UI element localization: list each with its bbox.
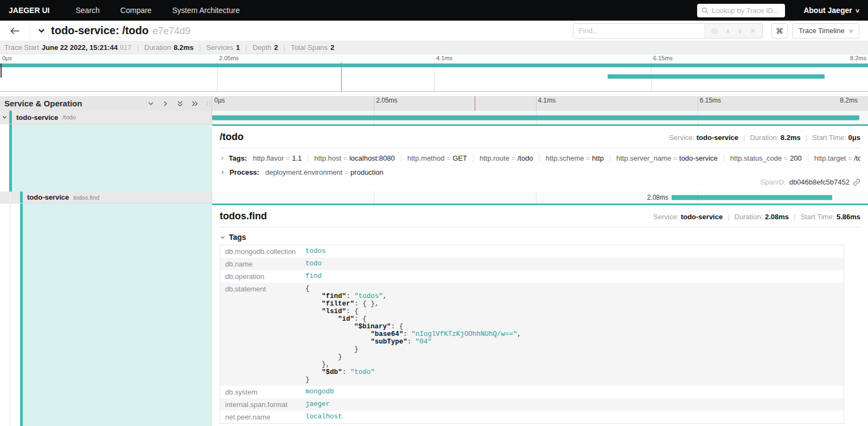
summary-label: Services <box>206 43 233 52</box>
top-nav: JAEGER UI SearchCompareSystem Architectu… <box>0 0 868 21</box>
summary-value: June 22 2022, 15:21:44 <box>42 43 118 52</box>
about-jaeger-menu[interactable]: About Jaeger ∨ <box>803 6 859 15</box>
tag-row-value: jaeger <box>301 398 844 411</box>
tag-row-key: db.name <box>220 258 301 270</box>
collapse-children-chevron[interactable] <box>2 115 8 120</box>
grid-line <box>536 192 537 204</box>
next-match-icon[interactable]: ∨ <box>738 28 743 34</box>
chevron-down-icon: ∨ <box>854 8 860 14</box>
tag-key: http.status_code <box>730 154 782 162</box>
span-row-todos-find[interactable]: todo-service todos.find 2.08ms <box>0 192 868 204</box>
separator: | <box>727 213 729 221</box>
tag-row-key: internal.span.format <box>220 398 301 411</box>
back-button[interactable] <box>0 21 30 41</box>
meta-value: 0μs <box>848 133 860 142</box>
separator: | <box>137 43 138 52</box>
span-detail-meta: Service: todo-service|Duration: 2.08ms|S… <box>653 213 860 221</box>
chevron-right-icon <box>220 169 226 175</box>
tag-value: GET <box>452 154 467 162</box>
tag-pill: deployment.environment = production <box>261 168 390 176</box>
ruler-tick-label: 4.1ms <box>538 97 556 104</box>
app-logo[interactable]: JAEGER UI <box>9 6 49 15</box>
tag-value: /todo <box>854 154 860 162</box>
tag-row-value: localhost <box>301 411 844 424</box>
tag-row-key: db.operation <box>220 270 301 283</box>
minimap-tick-label: 2.05ms <box>219 55 239 61</box>
clear-find-icon[interactable]: ✕ <box>750 28 756 34</box>
collapse-all-icon[interactable] <box>176 100 184 107</box>
meta-value: 5.86ms <box>837 213 860 221</box>
equals-sign: = <box>444 154 452 162</box>
summary-item: Duration8.2ms <box>144 43 194 52</box>
minimap-tick-label: 6.15ms <box>653 55 673 61</box>
column-resizer-handle[interactable] <box>207 101 210 106</box>
keyboard-shortcuts-button[interactable]: ⌘ <box>771 23 788 39</box>
tag-pill: http.scheme = http <box>539 154 610 162</box>
summary-value-fraction: .917 <box>118 43 131 52</box>
find-input[interactable] <box>573 24 704 38</box>
grid-line <box>374 192 374 204</box>
summary-label: Trace Start <box>4 43 39 52</box>
timeline-ruler: 0μs2.05ms4.1ms6.15ms8.2ms <box>212 96 859 111</box>
process-inline-row[interactable]: Process: deployment.environment = produc… <box>220 168 860 176</box>
minimap-tick-label: 8.2ms <box>850 55 866 61</box>
nav-item-system-architecture[interactable]: System Architecture <box>172 6 240 15</box>
tag-pill: http.status_code = 200 <box>724 154 808 162</box>
tag-value: /todo <box>518 154 533 162</box>
tag-key: http.scheme <box>546 154 584 162</box>
span-duration-label: 2.08ms <box>647 194 672 201</box>
tag-pill: http.method = GET <box>401 154 473 162</box>
span-detail-meta: Service: todo-service|Duration: 8.2ms|St… <box>669 133 860 142</box>
minimap-span-bar <box>0 63 868 67</box>
collapse-one-icon[interactable] <box>147 100 155 107</box>
db-statement-json: { "find": "todos", "filter": { }, "lsid"… <box>305 285 839 384</box>
tag-row-db.statement[interactable]: db.statement{ "find": "todos", "filter":… <box>220 283 844 386</box>
expand-one-icon[interactable] <box>162 100 169 107</box>
meta-label: Duration: <box>750 133 780 142</box>
span-duration-bar[interactable] <box>672 195 832 200</box>
tags-key-value-table: db.mongodb.collectiontodosdb.nametododb.… <box>220 245 844 424</box>
focus-dot-icon[interactable] <box>711 28 718 34</box>
search-icon <box>701 7 709 14</box>
tag-row-value: todos <box>301 245 844 258</box>
tag-row-internal.span.format[interactable]: internal.span.formatjaeger <box>220 398 844 411</box>
separator: | <box>245 43 247 52</box>
summary-item: Services1 <box>206 43 240 52</box>
tag-row-db.name[interactable]: db.nametodo <box>220 258 844 270</box>
nav-item-compare[interactable]: Compare <box>120 6 152 15</box>
span-duration-bar[interactable] <box>212 115 859 120</box>
span-detail-title: /todo <box>220 131 244 143</box>
tags-section-header[interactable]: Tags <box>220 233 860 241</box>
nav-item-search[interactable]: Search <box>75 6 99 15</box>
summary-value: 2 <box>330 43 334 52</box>
copy-link-icon[interactable] <box>853 179 860 186</box>
collapse-trace-chevron[interactable] <box>37 27 46 35</box>
timeline-minimap[interactable] <box>0 62 868 92</box>
tag-row-key: db.system <box>220 386 301 398</box>
minimap-span-bar <box>608 74 825 79</box>
tag-key: http.flavor <box>253 154 284 162</box>
span-detail-row-todos-find: todos.find Service: todo-service|Duratio… <box>0 204 868 426</box>
expand-all-icon[interactable] <box>191 100 199 107</box>
tag-row-net.peer.name[interactable]: net.peer.namelocalhost <box>220 411 844 424</box>
trace-lookup-input[interactable] <box>712 7 781 15</box>
tag-key: deployment.environment <box>265 168 342 176</box>
tag-row-db.mongodb.collection[interactable]: db.mongodb.collectiontodos <box>220 245 844 258</box>
tag-row-key: net.peer.name <box>220 411 301 424</box>
trace-view-selector[interactable]: Trace Timeline ∨ <box>792 23 859 39</box>
summary-value: 8.2ms <box>174 43 194 52</box>
prev-match-icon[interactable]: ∧ <box>725 28 730 34</box>
minimap-tick-labels: 0μs2.05ms4.1ms6.15ms8.2ms <box>0 54 868 62</box>
meta-value: 2.08ms <box>765 213 789 221</box>
tag-row-value: find <box>301 270 844 283</box>
span-row-todo[interactable]: todo-service /todo <box>0 111 868 124</box>
span-operation-name: todos.find <box>73 194 99 201</box>
summary-value: 2 <box>274 43 278 52</box>
equals-sign: = <box>341 154 349 162</box>
minimap-drag-handle[interactable] <box>1 63 2 78</box>
tag-row-db.operation[interactable]: db.operationfind <box>220 270 844 283</box>
tag-row-db.system[interactable]: db.systemmongodb <box>220 386 844 398</box>
tags-inline-row[interactable]: Tags: http.flavor = 1.1http.host = local… <box>220 154 860 162</box>
chevron-down-icon: ∨ <box>848 28 853 34</box>
tag-value: production <box>350 168 384 176</box>
